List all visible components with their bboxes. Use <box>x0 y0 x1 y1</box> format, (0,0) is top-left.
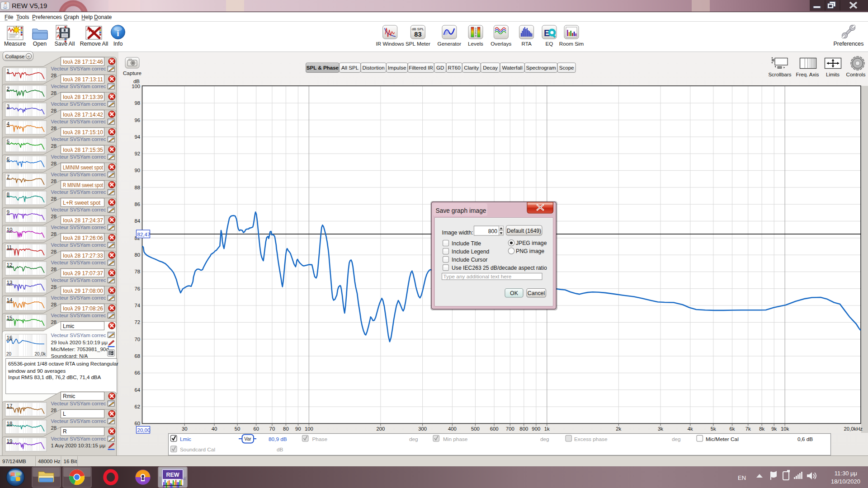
svg-text:2: 2 <box>7 86 9 91</box>
svg-text:70: 70 <box>269 426 275 432</box>
svg-text:Controls: Controls <box>846 72 866 77</box>
svg-text:6: 6 <box>7 156 9 162</box>
svg-text:98: 98 <box>134 100 140 106</box>
svg-text:Soundcard Cal: Soundcard Cal <box>180 446 215 453</box>
svg-text:Lmic: Lmic <box>180 436 191 442</box>
svg-text:Filtered IR: Filtered IR <box>409 65 433 70</box>
svg-text:Default (1649): Default (1649) <box>507 228 541 234</box>
svg-text:Overlays: Overlays <box>491 41 511 47</box>
svg-text:18: 18 <box>7 421 13 426</box>
svg-text:14: 14 <box>7 297 13 303</box>
svg-text:Save graph image: Save graph image <box>436 207 486 214</box>
svg-text:19: 19 <box>7 438 13 444</box>
svg-text:Lmic: Lmic <box>63 323 74 329</box>
svg-text:8k: 8k <box>759 426 764 432</box>
svg-text:13: 13 <box>7 280 13 285</box>
svg-text:80: 80 <box>283 426 289 432</box>
svg-text:Soundcard: N/A: Soundcard: N/A <box>51 353 88 359</box>
svg-text:4: 4 <box>7 121 10 127</box>
svg-text:29 Ιουλ 2020 5:10:19 μμ: 29 Ιουλ 2020 5:10:19 μμ <box>51 339 108 345</box>
svg-text:File: File <box>5 14 14 20</box>
svg-text:Ιουλ 29 17:08:26: Ιουλ 29 17:08:26 <box>63 305 103 312</box>
svg-text:800: 800 <box>488 228 498 235</box>
svg-text:Ιουλ 28 17:13:11: Ιουλ 28 17:13:11 <box>63 76 103 83</box>
svg-text:20: 20 <box>6 352 12 357</box>
svg-text:1k: 1k <box>544 426 550 432</box>
svg-text:Preferences: Preferences <box>32 14 62 20</box>
svg-text:Room Sim: Room Sim <box>559 41 584 47</box>
svg-text:Cancel: Cancel <box>528 290 545 296</box>
svg-text:R: R <box>63 428 67 435</box>
svg-text:97/124MB: 97/124MB <box>2 458 26 464</box>
svg-text:300: 300 <box>418 426 427 432</box>
svg-text:88: 88 <box>134 185 140 190</box>
svg-text:RTA: RTA <box>521 41 531 47</box>
svg-text:Ιουλ 28 17:26:06: Ιουλ 28 17:26:06 <box>63 235 103 241</box>
svg-text:Use IEC263 25 dB/decade aspect: Use IEC263 25 dB/decade aspect ratio <box>452 265 547 271</box>
svg-text:76: 76 <box>134 286 140 291</box>
svg-text:800: 800 <box>519 426 528 432</box>
svg-text:Vecteur SVSYam correc: Vecteur SVSYam correc <box>51 313 106 318</box>
svg-text:R MINIM sweet spot: R MINIM sweet spot <box>63 182 104 188</box>
svg-text:9k: 9k <box>771 426 777 432</box>
svg-text:Save All: Save All <box>55 41 75 47</box>
svg-text:8: 8 <box>7 192 9 197</box>
svg-text:700: 700 <box>506 426 514 432</box>
svg-text:Vecteur SVSYam correc: Vecteur SVSYam correc <box>51 401 106 406</box>
svg-text:Vecteur SVSYam correc: Vecteur SVSYam correc <box>51 418 106 424</box>
svg-text:400: 400 <box>448 426 457 432</box>
svg-text:900: 900 <box>532 426 540 432</box>
svg-text:16: 16 <box>7 335 13 340</box>
svg-text:Vecteur SVSYam correc: Vecteur SVSYam correc <box>51 295 106 300</box>
svg-text:Include Legend: Include Legend <box>452 249 489 255</box>
svg-text:3k: 3k <box>658 426 663 432</box>
svg-text:0,6 dB: 0,6 dB <box>797 436 813 442</box>
svg-text:SPL Meter: SPL Meter <box>406 41 430 47</box>
svg-text:Mic/Meter Cal: Mic/Meter Cal <box>706 436 739 442</box>
svg-text:64: 64 <box>134 387 140 393</box>
svg-text:dB: dB <box>277 446 283 453</box>
svg-text:Vecteur SVSYam correc: Vecteur SVSYam correc <box>51 277 106 283</box>
svg-text:IR Windows: IR Windows <box>376 41 405 47</box>
svg-text:10k: 10k <box>781 426 789 432</box>
svg-text:30: 30 <box>182 426 188 432</box>
svg-text:200: 200 <box>376 426 385 432</box>
svg-text:Vecteur SVSYam correc: Vecteur SVSYam correc <box>51 84 106 89</box>
svg-text:72: 72 <box>134 319 140 325</box>
svg-text:Input RMS 83,1 dB, 76,2 dBC, 7: Input RMS 83,1 dB, 76,2 dBC, 71,4 dBA <box>8 375 101 380</box>
svg-text:80,9 dB: 80,9 dB <box>269 436 287 442</box>
svg-text:L: L <box>63 411 66 417</box>
svg-text:Open: Open <box>33 41 47 47</box>
svg-text:20,00: 20,00 <box>137 427 151 433</box>
svg-text:65536-point 1/48 octave RTA us: 65536-point 1/48 octave RTA using Rectan… <box>8 361 118 366</box>
svg-text:Vecteur SVSYam correc: Vecteur SVSYam correc <box>51 333 106 338</box>
svg-text:6k: 6k <box>730 426 735 432</box>
svg-text:100: 100 <box>305 426 313 432</box>
svg-text:REW V5,19: REW V5,19 <box>12 2 47 9</box>
svg-text:7: 7 <box>7 174 9 179</box>
svg-text:5: 5 <box>7 139 9 144</box>
svg-text:Vecteur SVSYam correc: Vecteur SVSYam correc <box>51 260 106 265</box>
svg-text:80: 80 <box>134 252 140 258</box>
svg-text:18/10/2020: 18/10/2020 <box>831 478 860 485</box>
svg-text:Generator: Generator <box>438 41 462 47</box>
svg-text:Tools: Tools <box>16 14 29 20</box>
svg-text:LMINIM sweet spot: LMINIM sweet spot <box>63 164 104 171</box>
svg-text:Phase: Phase <box>312 436 328 442</box>
svg-text:Vecteur SVSYam correc: Vecteur SVSYam correc <box>51 136 106 142</box>
svg-text:Vecteur SVSYam correc: Vecteur SVSYam correc <box>51 207 106 212</box>
svg-text:3: 3 <box>7 103 9 109</box>
svg-text:deg: deg <box>409 436 418 442</box>
svg-text:Waterfall: Waterfall <box>502 65 522 70</box>
svg-text:window and 90 averages: window and 90 averages <box>8 368 66 374</box>
svg-text:94: 94 <box>134 134 140 140</box>
svg-text:EQ: EQ <box>546 41 553 47</box>
svg-text:Vecteur SVSYam correc: Vecteur SVSYam correc <box>51 436 106 441</box>
svg-text:«: « <box>28 54 30 59</box>
svg-text:70: 70 <box>134 337 140 342</box>
svg-text:60: 60 <box>253 426 259 432</box>
svg-text:Vecteur SVSYam correc: Vecteur SVSYam correc <box>51 172 106 177</box>
svg-text:11: 11 <box>7 244 12 250</box>
svg-text:Ιουλ 28 17:15:35: Ιουλ 28 17:15:35 <box>63 147 103 153</box>
svg-text:Vecteur SVSYam correc: Vecteur SVSYam correc <box>51 242 106 248</box>
